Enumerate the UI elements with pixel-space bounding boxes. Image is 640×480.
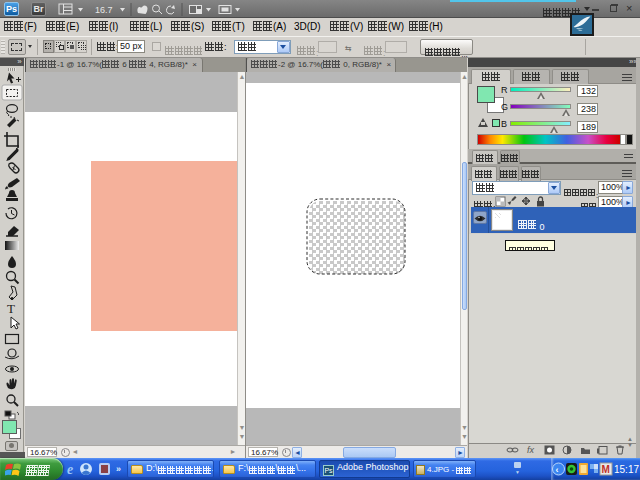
svg-text:‹: ‹ xyxy=(556,465,559,475)
svg-text:T: T xyxy=(7,301,15,316)
svg-text:M: M xyxy=(602,464,610,475)
svg-text:fx: fx xyxy=(527,445,535,455)
svg-text:»: » xyxy=(116,464,121,474)
svg-text:e: e xyxy=(67,462,73,477)
